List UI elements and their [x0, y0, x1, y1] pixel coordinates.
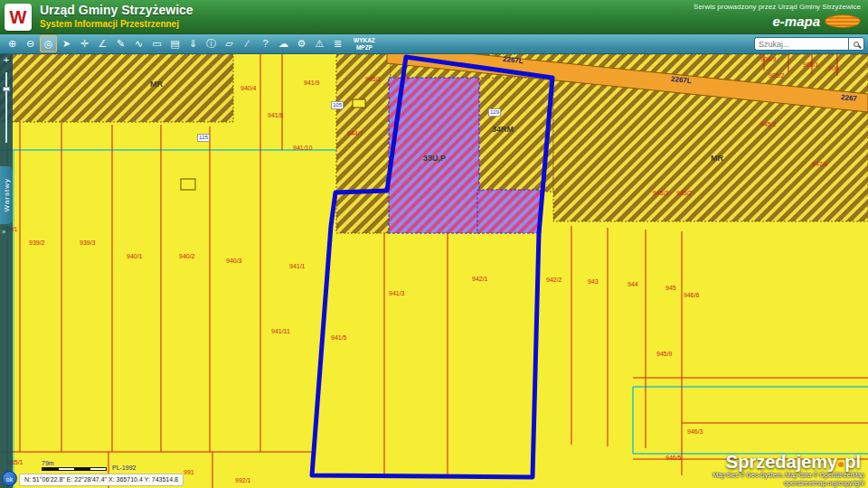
map-viewport[interactable]: 940/4941/9941/8941/10945/1944/7939/1939/… — [0, 54, 868, 488]
zoom-slider-track[interactable] — [5, 72, 7, 143]
cloud-button[interactable]: ☁ — [275, 35, 292, 52]
cadastral-map — [0, 54, 868, 488]
emapa-brand[interactable]: e-mapa — [772, 14, 861, 29]
toolbar-buttons: ⊕⊖◎➤✛∠✎∿▭▤⇓ⓘ▱∕?☁⚙⚠≣ — [4, 35, 346, 52]
download-button[interactable]: ⇓ — [184, 35, 202, 52]
ok-button[interactable]: ok — [2, 471, 17, 486]
service-note: Serwis prowadzony przez Urząd Gminy Strz… — [693, 3, 861, 11]
attribution-line1: Map tiles © Geo-System, Map data © OpenS… — [713, 472, 865, 479]
zoom-in-button[interactable]: ⊕ — [4, 35, 21, 52]
layers-tab-label: Warstwy — [3, 178, 11, 211]
emapa-logo-text: e-mapa — [772, 14, 820, 29]
emapa-logo-ellipse-icon — [825, 14, 861, 28]
settings-button[interactable]: ⚙ — [293, 35, 310, 52]
select-box-button[interactable]: ▭ — [148, 35, 165, 52]
draw-button[interactable]: ✎ — [112, 35, 129, 52]
watermark-brand: Sprzedajemy — [726, 452, 837, 472]
slash-measure-button[interactable]: ∕ — [239, 35, 256, 52]
watermark-dot-icon — [838, 462, 844, 467]
info-button[interactable]: ⓘ — [203, 35, 220, 52]
search-box — [754, 37, 864, 51]
search-input[interactable] — [754, 37, 848, 51]
map-attribution: Map tiles © Geo-System, Map data © OpenS… — [713, 472, 865, 487]
wykaz-label-line1: WYKAZ — [354, 37, 375, 43]
zoom-out-button[interactable]: ⊖ — [22, 35, 39, 52]
header: W Urząd Gminy Strzyżewice System Informa… — [0, 0, 868, 34]
left-panel: + Warstwy » — [0, 54, 13, 488]
measure-angle-button[interactable]: ∠ — [94, 35, 111, 52]
scale-label: 79m — [42, 460, 54, 466]
wykaz-mpzp-button[interactable]: WYKAZ MPZP — [354, 37, 375, 52]
scale-widget: 79m PL-1992 — [42, 460, 136, 471]
layers-tab[interactable]: Warstwy — [0, 166, 13, 224]
help-button[interactable]: ? — [257, 35, 274, 52]
print-button[interactable]: ▤ — [166, 35, 184, 52]
layers-button[interactable]: ≣ — [329, 35, 346, 52]
gis-portal: W Urząd Gminy Strzyżewice System Informa… — [0, 0, 868, 488]
area-measure-button[interactable]: ▱ — [221, 35, 238, 52]
page-title: Urząd Gminy Strzyżewice — [40, 3, 193, 17]
zoom-in-icon[interactable]: + — [0, 54, 13, 67]
gmina-coat-of-arms-logo[interactable]: W — [5, 4, 32, 31]
scale-bar — [42, 467, 107, 471]
crs-label: PL-1992 — [112, 465, 136, 471]
zoom-slider-handle[interactable] — [3, 87, 10, 91]
titles: Urząd Gminy Strzyżewice System Informacj… — [40, 3, 193, 29]
page-subtitle: System Informacji Przestrzennej — [40, 19, 193, 29]
polyline-button[interactable]: ∿ — [130, 35, 147, 52]
attribution-line2[interactable]: openstreetmap.org/copyright — [713, 480, 865, 487]
logo-letter: W — [10, 7, 27, 28]
search-button[interactable] — [848, 37, 864, 51]
search-icon — [854, 42, 859, 47]
warning-button[interactable]: ⚠ — [311, 35, 328, 52]
select-cursor-button[interactable]: ➤ — [58, 35, 75, 52]
map-toolbar: ⊕⊖◎➤✛∠✎∿▭▤⇓ⓘ▱∕?☁⚙⚠≣ WYKAZ MPZP — [0, 34, 868, 54]
zoom-extent-button[interactable]: ◎ — [40, 35, 57, 52]
watermark-sprzedajemy: Sprzedajemypl — [726, 452, 861, 473]
pan-button[interactable]: ✛ — [76, 35, 93, 52]
coordinates-readout: N: 51°06'22.8" E: 22°28'47.4" X: 365710.… — [19, 474, 184, 486]
chevron-expand-icon[interactable]: » — [2, 228, 5, 236]
watermark-tld: pl — [844, 452, 861, 472]
wykaz-label-line2: MPZP — [356, 44, 373, 51]
